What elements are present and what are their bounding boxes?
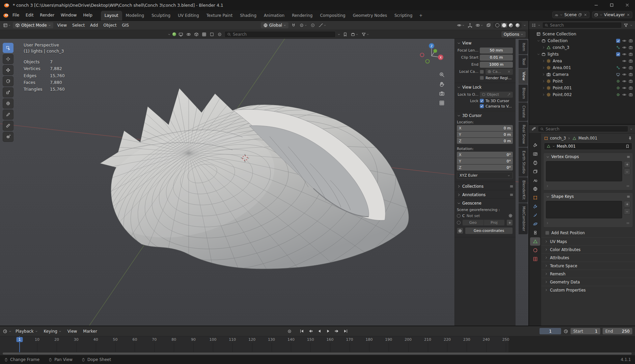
outliner-row-point-001[interactable]: Point.001 bbox=[529, 85, 635, 91]
menu-edit[interactable]: Edit bbox=[23, 11, 36, 19]
shading-material-button[interactable] bbox=[508, 23, 514, 28]
eyedropper-icon[interactable] bbox=[507, 93, 511, 96]
section-geometry-data[interactable]: Geometry Data bbox=[541, 278, 635, 286]
outliner-editor-icon[interactable] bbox=[531, 23, 536, 28]
add-rest-position-checkbox[interactable] bbox=[545, 231, 549, 235]
hide-toggle[interactable] bbox=[622, 38, 627, 43]
menu-help[interactable]: Help bbox=[80, 11, 95, 19]
toggle-cube[interactable] bbox=[193, 31, 199, 37]
render-toggle[interactable] bbox=[629, 38, 633, 43]
timeline-menu-playback[interactable]: Playback bbox=[13, 328, 40, 335]
proportional-edit-toggle[interactable] bbox=[310, 22, 316, 28]
outliner-row-lights[interactable]: lights bbox=[529, 51, 635, 58]
collection-filter-dropdown[interactable] bbox=[350, 31, 359, 37]
n-panel-tab-tool[interactable]: Tool bbox=[519, 55, 528, 68]
n-panel-tab-item[interactable]: Item bbox=[519, 40, 528, 54]
tool-rotate[interactable] bbox=[3, 76, 13, 86]
collections-header[interactable]: Collections bbox=[455, 182, 516, 190]
toggle-display[interactable] bbox=[178, 31, 184, 37]
cursor-location-z[interactable]: Z0 m bbox=[457, 138, 513, 144]
properties-tab-tool[interactable] bbox=[530, 141, 540, 149]
panel-menu-icon[interactable] bbox=[627, 155, 630, 159]
panel-menu-icon[interactable] bbox=[509, 193, 514, 197]
clip-end-field[interactable]: 1000 m bbox=[480, 62, 513, 68]
timeline-menu-keying[interactable]: Keying bbox=[41, 328, 64, 335]
viewport-search[interactable] bbox=[224, 31, 336, 38]
start-frame-field[interactable]: Start1 bbox=[571, 328, 600, 334]
hide-toggle[interactable] bbox=[622, 72, 627, 77]
cursor-rotation-y[interactable]: Y0° bbox=[457, 158, 513, 164]
playhead-label[interactable]: 1 bbox=[17, 337, 23, 342]
clock-icon[interactable] bbox=[563, 329, 568, 334]
section-color-attributes[interactable]: Color Attributes bbox=[541, 245, 635, 253]
add-workspace-button[interactable]: + bbox=[416, 11, 425, 21]
hide-toggle[interactable] bbox=[622, 59, 627, 63]
pin-icon[interactable] bbox=[628, 136, 632, 141]
add-shape-key-button[interactable] bbox=[624, 201, 630, 207]
section-uv-maps[interactable]: UV Maps bbox=[541, 237, 635, 245]
viewport-canvas[interactable]: User Perspective (1) lights | conch_3 Ob… bbox=[0, 39, 528, 326]
outliner-row-conch_3[interactable]: conch_3 bbox=[529, 44, 635, 51]
workspace-tab-rendering[interactable]: Rendering bbox=[288, 11, 316, 21]
cursor-rotation-x[interactable]: X0° bbox=[457, 152, 513, 158]
workspace-tab-modeling[interactable]: Modeling bbox=[122, 11, 148, 21]
hide-toggle[interactable] bbox=[622, 86, 627, 90]
workspace-tab-sculpting[interactable]: Sculpting bbox=[148, 11, 174, 21]
geoscene-header[interactable]: Geoscene bbox=[455, 199, 516, 207]
chevron-down-icon[interactable] bbox=[9, 329, 11, 334]
properties-tab-texture[interactable] bbox=[530, 255, 540, 263]
tool-tweak-select[interactable] bbox=[3, 43, 13, 53]
view-lock-header[interactable]: View Lock bbox=[455, 83, 516, 91]
properties-tab-object[interactable] bbox=[530, 193, 540, 202]
outliner-search[interactable] bbox=[542, 22, 622, 28]
editor-type-button[interactable] bbox=[2, 22, 11, 28]
render-toggle[interactable] bbox=[629, 79, 633, 84]
shape-key-specials-button[interactable] bbox=[624, 208, 630, 215]
n-panel-tab-blenderkit[interactable]: BlenderKit bbox=[519, 177, 528, 203]
properties-editor-icon[interactable] bbox=[531, 127, 536, 131]
tool-transform[interactable] bbox=[3, 98, 13, 109]
viewport-search-input[interactable] bbox=[233, 32, 333, 37]
toggle-overlap[interactable] bbox=[186, 31, 192, 37]
render-toggle[interactable] bbox=[629, 65, 633, 70]
workspace-tab-layout[interactable]: Layout bbox=[101, 11, 122, 21]
gear-icon[interactable] bbox=[508, 213, 513, 218]
outliner-row-area[interactable]: Area bbox=[529, 58, 635, 64]
proportional-falloff-dropdown[interactable] bbox=[318, 22, 327, 28]
play-button[interactable] bbox=[324, 328, 332, 335]
hide-toggle[interactable] bbox=[622, 79, 627, 84]
properties-search[interactable] bbox=[538, 126, 628, 132]
viewlayer-selector[interactable]: ViewLayer bbox=[592, 11, 632, 18]
options-dropdown[interactable]: Options bbox=[501, 31, 526, 37]
remove-viewlayer-icon[interactable] bbox=[626, 13, 630, 17]
timeline-editor-icon[interactable] bbox=[3, 329, 7, 334]
tool-move[interactable] bbox=[3, 65, 13, 75]
outliner-row-collection[interactable]: Collection bbox=[529, 37, 635, 44]
hide-toggle[interactable] bbox=[622, 92, 627, 97]
chevron-right-icon[interactable] bbox=[546, 221, 549, 225]
viewport-menu-object[interactable]: Object bbox=[101, 22, 119, 29]
section-custom-properties[interactable]: Custom Properties bbox=[541, 286, 635, 294]
chevron-down-icon[interactable] bbox=[168, 32, 171, 37]
camera-view-icon[interactable] bbox=[439, 91, 445, 96]
workspace-tab-scripting[interactable]: Scripting bbox=[391, 11, 416, 21]
timeline-scrollbar[interactable] bbox=[3, 353, 632, 355]
properties-tab-output[interactable] bbox=[530, 158, 540, 167]
resize-grip-icon[interactable] bbox=[626, 221, 630, 225]
render-toggle[interactable] bbox=[629, 72, 633, 77]
breadcrumb-data[interactable]: Mesh.001 bbox=[578, 136, 597, 141]
minimize-button[interactable] bbox=[588, 0, 604, 10]
properties-tab-scene[interactable] bbox=[530, 176, 540, 184]
workspace-tab-geometry-nodes[interactable]: Geometry Nodes bbox=[349, 11, 391, 21]
shading-wireframe-button[interactable] bbox=[494, 23, 500, 28]
maximize-button[interactable] bbox=[604, 0, 619, 10]
properties-tab-viewlayer[interactable] bbox=[530, 167, 540, 176]
chevron-down-icon[interactable] bbox=[630, 127, 633, 131]
cursor-location-y[interactable]: Y0 m bbox=[457, 131, 513, 138]
lock-3d-cursor-checkbox[interactable] bbox=[480, 99, 484, 103]
n-panel-tab-earth-studio[interactable]: Earth Studio bbox=[519, 148, 528, 177]
3d-cursor-header[interactable]: 3D Cursor bbox=[455, 111, 516, 119]
basemap-sphere-icon[interactable] bbox=[172, 32, 176, 36]
unlink-scene-icon[interactable] bbox=[583, 13, 587, 17]
render-toggle[interactable] bbox=[629, 45, 633, 50]
